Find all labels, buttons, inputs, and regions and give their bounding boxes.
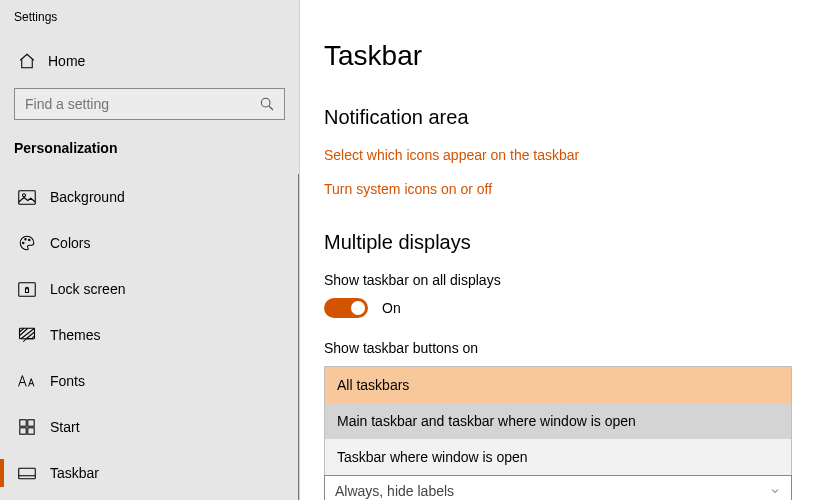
sidebar-item-colors[interactable]: Colors xyxy=(0,220,299,266)
home-icon xyxy=(14,52,40,70)
combine-dropdown-value: Always, hide labels xyxy=(335,483,454,499)
sidebar-item-fonts[interactable]: Fonts xyxy=(0,358,299,404)
show-taskbar-label: Show taskbar on all displays xyxy=(324,272,824,288)
search-input[interactable] xyxy=(15,96,250,112)
link-system-icons[interactable]: Turn system icons on or off xyxy=(324,181,824,197)
dropdown-option[interactable]: Taskbar where window is open xyxy=(325,439,791,475)
category-title: Personalization xyxy=(0,134,299,174)
svg-rect-14 xyxy=(19,468,36,479)
combine-dropdown[interactable]: Always, hide labels xyxy=(324,475,792,500)
sidebar-item-lock-screen[interactable]: Lock screen xyxy=(0,266,299,312)
home-button[interactable]: Home xyxy=(0,42,299,80)
svg-point-5 xyxy=(25,239,27,241)
main-content: Taskbar Notification area Select which i… xyxy=(300,0,824,500)
page-title: Taskbar xyxy=(324,40,824,72)
svg-point-6 xyxy=(29,239,31,241)
show-taskbar-toggle-row: On xyxy=(324,298,824,318)
svg-point-4 xyxy=(23,242,25,244)
fonts-icon xyxy=(14,373,40,389)
sidebar-item-label: Start xyxy=(40,419,80,435)
search-box[interactable] xyxy=(14,88,285,120)
search-container xyxy=(0,80,299,134)
start-icon xyxy=(14,419,40,435)
buttons-on-dropdown[interactable]: All taskbars Main taskbar and taskbar wh… xyxy=(324,366,792,476)
svg-rect-11 xyxy=(28,420,34,426)
taskbar-icon xyxy=(14,467,40,480)
palette-icon xyxy=(14,234,40,252)
svg-rect-8 xyxy=(26,288,29,292)
settings-window: Settings Home Personalization Background xyxy=(0,0,824,500)
svg-rect-2 xyxy=(19,190,36,204)
toggle-state-text: On xyxy=(368,300,401,316)
home-label: Home xyxy=(40,53,85,69)
svg-line-1 xyxy=(269,106,273,110)
sidebar-item-label: Background xyxy=(40,189,125,205)
link-select-icons[interactable]: Select which icons appear on the taskbar xyxy=(324,147,824,163)
svg-rect-13 xyxy=(28,428,34,434)
toggle-knob xyxy=(351,301,365,315)
picture-icon xyxy=(14,190,40,205)
dropdown-option[interactable]: Main taskbar and taskbar where window is… xyxy=(325,403,791,439)
themes-icon xyxy=(14,326,40,344)
sidebar-item-themes[interactable]: Themes xyxy=(0,312,299,358)
sidebar-item-taskbar[interactable]: Taskbar xyxy=(0,450,299,496)
sidebar-item-label: Colors xyxy=(40,235,90,251)
buttons-on-label: Show taskbar buttons on xyxy=(324,340,824,356)
svg-rect-12 xyxy=(20,428,26,434)
sidebar-item-label: Themes xyxy=(40,327,101,343)
show-taskbar-toggle[interactable] xyxy=(324,298,368,318)
svg-point-3 xyxy=(23,193,26,196)
search-icon xyxy=(250,96,284,112)
sidebar-item-label: Lock screen xyxy=(40,281,125,297)
lock-screen-icon xyxy=(14,282,40,297)
dropdown-option[interactable]: All taskbars xyxy=(325,367,791,403)
svg-rect-10 xyxy=(20,420,26,426)
svg-point-0 xyxy=(261,98,270,107)
svg-rect-7 xyxy=(19,282,36,296)
nav: Background Colors Lock screen Themes xyxy=(0,174,299,500)
sidebar-item-label: Fonts xyxy=(40,373,85,389)
window-title: Settings xyxy=(0,6,299,42)
sidebar: Settings Home Personalization Background xyxy=(0,0,300,500)
chevron-down-icon xyxy=(769,485,781,497)
section-heading-notification: Notification area xyxy=(324,106,824,129)
sidebar-item-label: Taskbar xyxy=(40,465,99,481)
section-heading-displays: Multiple displays xyxy=(324,231,824,254)
sidebar-item-background[interactable]: Background xyxy=(0,174,299,220)
sidebar-item-start[interactable]: Start xyxy=(0,404,299,450)
